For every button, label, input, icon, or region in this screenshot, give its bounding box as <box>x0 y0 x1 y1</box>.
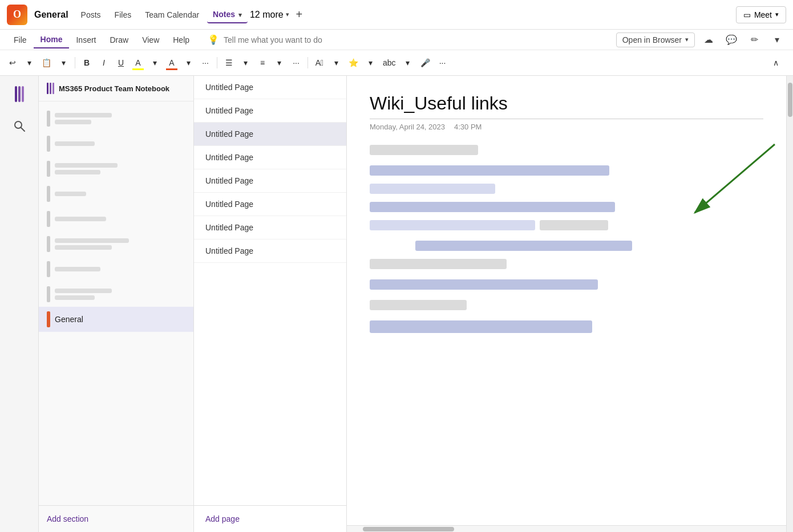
microphone-button[interactable]: 🎤 <box>417 54 434 71</box>
separator-3 <box>308 57 308 68</box>
blurred-block <box>370 279 598 290</box>
bullet-list-chevron[interactable]: ▾ <box>237 54 253 71</box>
nav-notes[interactable]: Notes ▾ <box>207 6 248 23</box>
section-text-5 <box>55 217 185 221</box>
section-item-4[interactable] <box>39 181 193 206</box>
nav-team-calendar[interactable]: Team Calendar <box>139 7 205 23</box>
nav-more[interactable]: 12 more ▾ <box>250 10 289 20</box>
section-item-1[interactable] <box>39 106 193 131</box>
page-item-3[interactable]: Untitled Page <box>194 146 346 169</box>
blurred-block <box>370 145 478 155</box>
office-logo[interactable]: O <box>7 5 27 25</box>
pen-chevron-icon[interactable]: ▾ <box>768 31 786 49</box>
content-row-8 <box>370 279 763 290</box>
ribbon-tab-bar: File Home Insert Draw View Help 💡 Open i… <box>0 30 793 50</box>
font-color-bar <box>166 68 177 70</box>
review-group: ⭐ ▾ <box>345 54 378 71</box>
content-area: Wiki_Useful links Monday, April 24, 2023… <box>347 76 786 525</box>
notebook-icon[interactable] <box>8 83 31 105</box>
svg-line-3 <box>695 144 775 213</box>
page-item-5[interactable]: Untitled Page <box>194 193 346 216</box>
font-color-group: A ▾ <box>164 54 196 71</box>
bold-button[interactable]: B <box>79 54 95 71</box>
section-list: MS365 Product Team Notebook <box>39 76 194 532</box>
highlight-chevron[interactable]: ▾ <box>147 54 163 71</box>
clipboard-button[interactable]: 📋 <box>38 54 55 71</box>
section-color-bar-4 <box>47 186 50 202</box>
clipboard-chevron[interactable]: ▾ <box>55 54 71 71</box>
page-item-0[interactable]: Untitled Page <box>194 76 346 99</box>
page-item-7[interactable]: Untitled Page <box>194 239 346 263</box>
collapse-ribbon-button[interactable]: ∧ <box>768 54 784 71</box>
section-text-2 <box>55 141 185 146</box>
add-page-button[interactable]: Add page <box>205 514 240 523</box>
italic-button[interactable]: I <box>96 54 112 71</box>
review-chevron[interactable]: ▾ <box>362 54 378 71</box>
section-text-8 <box>55 289 185 300</box>
notebook-header: MS365 Product Team Notebook <box>39 76 193 101</box>
nav-notes-wrapper: Notes ▾ <box>207 6 248 23</box>
page-items-list: Untitled Page Untitled Page Untitled Pag… <box>194 76 346 505</box>
num-list-chevron[interactable]: ▾ <box>271 54 287 71</box>
section-item-5[interactable] <box>39 206 193 232</box>
section-item-2[interactable] <box>39 131 193 156</box>
spell-check-chevron[interactable]: ▾ <box>400 54 416 71</box>
more-toolbar-button[interactable]: ··· <box>435 54 451 71</box>
num-list-group: ≡ ▾ <box>254 54 287 71</box>
comment-icon[interactable]: 💬 <box>722 31 741 49</box>
review-button[interactable]: ⭐ <box>345 54 362 71</box>
content-row-10 <box>370 320 763 333</box>
scroll-thumb-horizontal[interactable] <box>363 527 454 531</box>
cloud-icon[interactable]: ☁ <box>699 31 718 49</box>
text-highlight-button[interactable]: A⃝ <box>311 54 327 71</box>
svg-line-1 <box>21 128 25 131</box>
open-in-browser-button[interactable]: Open in Browser ▾ <box>616 33 695 47</box>
tab-draw[interactable]: Draw <box>103 32 135 48</box>
page-item-6[interactable]: Untitled Page <box>194 216 346 239</box>
section-text-1 <box>55 113 185 124</box>
scrollbar-vertical[interactable] <box>786 76 793 532</box>
ribbon-right-actions: Open in Browser ▾ ☁ 💬 ✏ ▾ <box>616 31 786 49</box>
tab-view[interactable]: View <box>135 32 166 48</box>
section-label-general: General <box>55 315 83 324</box>
search-icon[interactable] <box>8 115 31 137</box>
page-item-1[interactable]: Untitled Page <box>194 99 346 123</box>
page-item-2[interactable]: Untitled Page <box>194 123 346 146</box>
nav-posts[interactable]: Posts <box>75 7 107 23</box>
font-color-chevron[interactable]: ▾ <box>180 54 196 71</box>
page-item-4[interactable]: Untitled Page <box>194 169 346 193</box>
nav-add-tab[interactable]: + <box>292 6 308 23</box>
highlight-group: A ▾ <box>130 54 163 71</box>
nav-files[interactable]: Files <box>109 7 137 23</box>
tell-me-input[interactable] <box>224 35 383 44</box>
section-item-6[interactable] <box>39 232 193 257</box>
section-item-7[interactable] <box>39 257 193 282</box>
tab-insert[interactable]: Insert <box>69 32 103 48</box>
section-color-bar-7 <box>47 261 50 277</box>
tab-help[interactable]: Help <box>166 32 196 48</box>
tab-home[interactable]: Home <box>34 31 70 48</box>
highlight-button[interactable]: A <box>130 54 146 71</box>
scroll-thumb-vertical[interactable] <box>788 83 792 117</box>
bullet-list-button[interactable]: ☰ <box>221 54 237 71</box>
undo-button[interactable]: ↩ <box>5 54 21 71</box>
tab-file[interactable]: File <box>7 32 34 48</box>
svg-point-0 <box>15 121 22 128</box>
content-scrollbar-horizontal[interactable] <box>347 525 786 532</box>
more-formatting-button[interactable]: ··· <box>197 54 213 71</box>
pen-icon[interactable]: ✏ <box>745 31 763 49</box>
section-item-3[interactable] <box>39 156 193 181</box>
undo-chevron[interactable]: ▾ <box>21 54 37 71</box>
app-name: General <box>34 10 68 20</box>
section-item-8[interactable] <box>39 282 193 307</box>
underline-button[interactable]: U <box>113 54 129 71</box>
blurred-block <box>540 220 608 230</box>
font-color-button[interactable]: A <box>164 54 180 71</box>
section-item-general[interactable]: General <box>39 307 193 332</box>
meet-button[interactable]: ▭ Meet ▾ <box>736 6 786 23</box>
add-section-button[interactable]: Add section <box>47 514 88 523</box>
text-highlight-chevron[interactable]: ▾ <box>328 54 344 71</box>
numbered-list-button[interactable]: ≡ <box>254 54 270 71</box>
spell-check-button[interactable]: abc <box>379 54 399 71</box>
more-list-button[interactable]: ··· <box>288 54 304 71</box>
